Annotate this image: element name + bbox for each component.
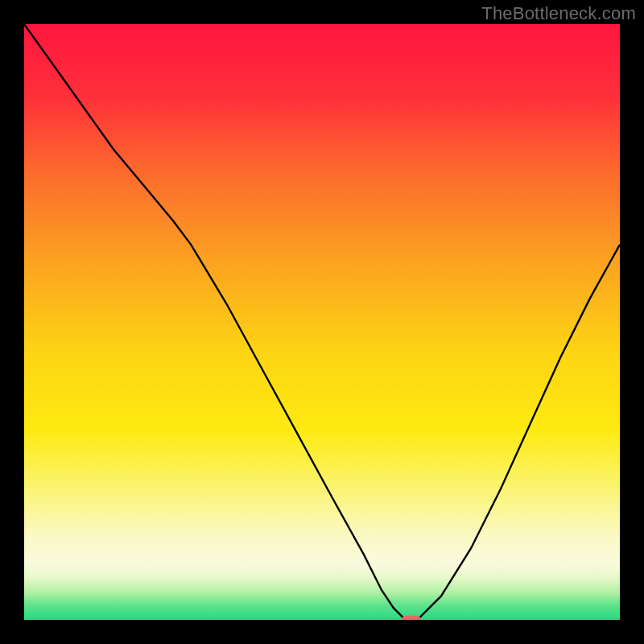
chart-plot-area (24, 24, 620, 620)
chart-optimum-marker (402, 616, 421, 620)
watermark-text: TheBottleneck.com (481, 3, 636, 24)
chart-background-gradient (24, 24, 620, 620)
chart-svg (24, 24, 620, 620)
chart-frame: TheBottleneck.com (0, 0, 644, 644)
